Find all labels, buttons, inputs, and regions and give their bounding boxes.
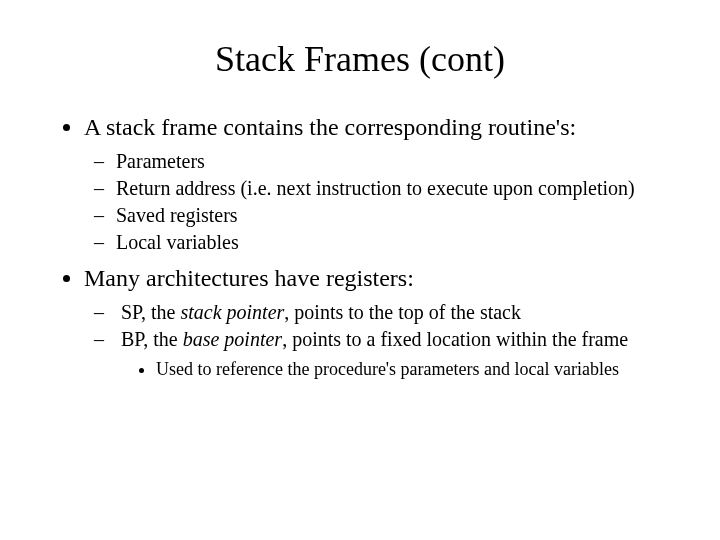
sub-item: Return address (i.e. next instruction to… [116, 176, 680, 201]
sub-sub-item: Used to reference the procedure's parame… [156, 358, 680, 381]
bullet-stack-frame: A stack frame contains the corresponding… [84, 114, 680, 255]
slide-title: Stack Frames (cont) [40, 38, 680, 80]
bullet-list: A stack frame contains the corresponding… [40, 114, 680, 381]
sub-item: Saved registers [116, 203, 680, 228]
slide: Stack Frames (cont) A stack frame contai… [0, 0, 720, 540]
text-fragment: SP, the [121, 301, 180, 323]
bullet-text: A stack frame contains the corresponding… [84, 114, 576, 140]
italic-term: base pointer [183, 328, 282, 350]
sub-item: Local variables [116, 230, 680, 255]
italic-term: stack pointer [180, 301, 284, 323]
text-fragment: BP, the [121, 328, 183, 350]
bullet-text: Many architectures have registers: [84, 265, 414, 291]
sub-list: SP, the stack pointer, points to the top… [84, 300, 680, 381]
sub-item-bp: BP, the base pointer, points to a fixed … [116, 327, 680, 381]
sub-item: Parameters [116, 149, 680, 174]
sub-list: Parameters Return address (i.e. next ins… [84, 149, 680, 255]
sub-sub-list: Used to reference the procedure's parame… [116, 358, 680, 381]
text-fragment: , points to a fixed location within the … [282, 328, 628, 350]
bullet-architectures: Many architectures have registers: SP, t… [84, 265, 680, 381]
text-fragment: , points to the top of the stack [284, 301, 521, 323]
sub-item-sp: SP, the stack pointer, points to the top… [116, 300, 680, 325]
